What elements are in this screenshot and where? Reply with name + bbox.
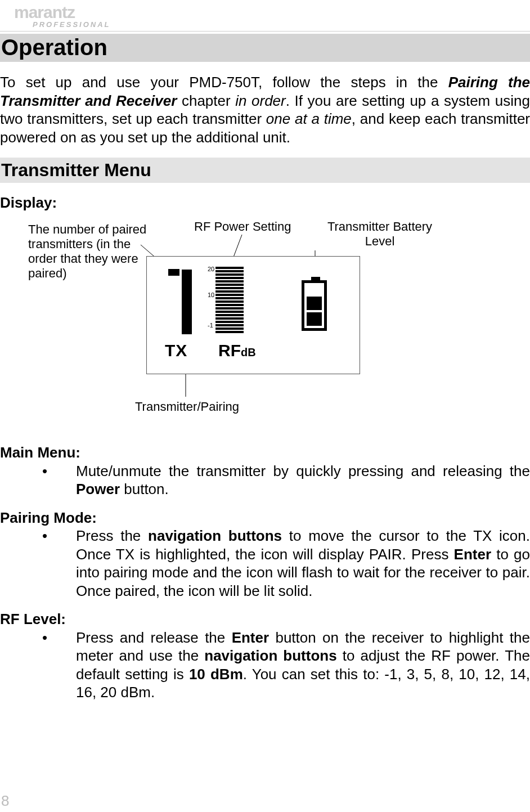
screen-tx-label: TX xyxy=(165,341,187,360)
section-heading-bar: Operation xyxy=(0,34,530,62)
rf-level-heading: RF Level: xyxy=(0,610,530,629)
screen-rf-label: RFdB xyxy=(218,341,256,360)
battery-icon xyxy=(302,280,327,331)
tx-pair-indicator-icon xyxy=(168,269,179,276)
pairing-mode-heading: Pairing Mode: xyxy=(0,509,530,527)
callout-transmitter-pairing: Transmitter/Pairing xyxy=(135,400,239,414)
tx-pair-bar-icon xyxy=(182,270,192,334)
subsection-heading: Transmitter Menu xyxy=(1,160,530,181)
brand-logo: marantz xyxy=(14,3,75,22)
subsection-heading-bar: Transmitter Menu xyxy=(0,158,530,183)
callout-rf-power: RF Power Setting xyxy=(194,219,291,234)
rf-level-item: Press and release the Enter button on th… xyxy=(42,629,530,702)
page-number: 8 xyxy=(1,792,9,810)
section-heading: Operation xyxy=(1,35,530,60)
brand-subtitle: PROFESSIONAL xyxy=(33,20,111,29)
callout-paired-transmitters: The number of paired transmitters (in th… xyxy=(28,222,155,281)
display-label: Display: xyxy=(0,194,57,212)
display-diagram: The number of paired transmitters (in th… xyxy=(23,222,461,416)
pairing-mode-item: Press the navigation buttons to move the… xyxy=(42,527,530,600)
main-menu-heading: Main Menu: xyxy=(0,443,530,462)
callout-battery-level: Transmitter Battery Level xyxy=(318,219,442,249)
main-menu-item: Mute/unmute the transmitter by quickly p… xyxy=(42,462,530,499)
divider xyxy=(0,31,530,32)
intro-paragraph: To set up and use your PMD-750T, follow … xyxy=(0,73,530,146)
lcd-screen: 20 10 -1 TX RFdB xyxy=(146,256,360,374)
